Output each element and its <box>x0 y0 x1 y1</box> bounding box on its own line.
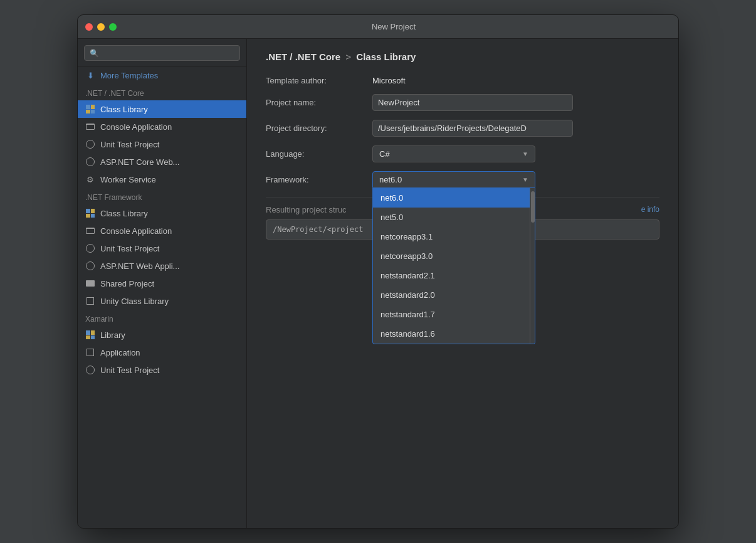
circle-arrow-icon-xamarin <box>85 365 95 375</box>
breadcrumb-current: Class Library <box>356 51 416 62</box>
framework-dropdown-scrollbar <box>530 188 535 344</box>
close-button[interactable] <box>85 23 93 31</box>
template-author-label: Template author: <box>266 76 372 85</box>
sidebar-item-unit-test-nf[interactable]: Unit Test Project <box>78 240 246 257</box>
breadcrumb-separator: > <box>345 51 351 62</box>
project-directory-label: Project directory: <box>266 124 372 133</box>
new-project-window: New Project 🔍 ⬇ More Templates .NET / .N… <box>77 14 679 529</box>
language-selected: C# <box>379 149 390 159</box>
project-name-row: Project name: <box>266 94 659 111</box>
template-author-row: Template author: Microsoft <box>266 76 659 85</box>
search-box: 🔍 <box>84 45 240 61</box>
sidebar-item-unity-class-library[interactable]: Unity Class Library <box>78 292 246 310</box>
framework-option-netstandard17[interactable]: netstandard1.7 <box>373 305 530 324</box>
sidebar-item-asp-net-nf[interactable]: ASP.NET Web Appli... <box>78 257 246 275</box>
blocks-icon-xamarin <box>85 330 95 340</box>
framework-dropdown-arrow: ▼ <box>522 176 528 183</box>
sidebar-label-class-library: Class Library <box>100 105 148 114</box>
sidebar-label-asp-net-nf: ASP.NET Web Appli... <box>100 261 179 271</box>
sidebar-label-unit-test-nf: Unit Test Project <box>100 244 159 253</box>
framework-option-netstandard20[interactable]: netstandard2.0 <box>373 285 530 305</box>
framework-dropdown-scrollbar-thumb <box>531 191 535 223</box>
sidebar-label-application-xamarin: Application <box>100 348 140 357</box>
blocks-icon-nf <box>85 208 95 218</box>
sidebar-item-console-app[interactable]: Console Application <box>78 118 246 135</box>
framework-option-netstandard16[interactable]: netstandard1.6 <box>373 324 530 344</box>
minimize-button[interactable] <box>97 23 105 31</box>
globe-icon-nf <box>85 261 95 271</box>
framework-selected: net6.0 <box>379 175 402 184</box>
maximize-button[interactable] <box>109 23 117 31</box>
folder-icon <box>85 278 95 288</box>
language-dropdown-container: C# ▼ <box>372 145 535 162</box>
sidebar-label-asp-net-core: ASP.NET Core Web... <box>100 157 179 167</box>
sidebar-label-class-library-nf: Class Library <box>100 209 148 218</box>
framework-dropdown-menu: net6.0 net5.0 netcoreapp3.1 netcoreapp3.… <box>372 188 535 344</box>
template-author-value: Microsoft <box>372 76 406 85</box>
sidebar-label-worker-service: Worker Service <box>100 175 156 184</box>
language-dropdown-arrow: ▼ <box>522 150 528 157</box>
sidebar-item-unit-test[interactable]: Unit Test Project <box>78 135 246 153</box>
sidebar-item-library-xamarin[interactable]: Library <box>78 326 246 344</box>
project-directory-row: Project directory: <box>266 120 659 137</box>
breadcrumb: .NET / .NET Core > Class Library <box>266 51 659 62</box>
sidebar-item-class-library[interactable]: Class Library <box>78 100 246 118</box>
sidebar-item-worker-service[interactable]: ⚙ Worker Service <box>78 171 246 188</box>
sidebar-item-class-library-nf[interactable]: Class Library <box>78 204 246 222</box>
sidebar-label-library-xamarin: Library <box>100 330 125 340</box>
download-icon: ⬇ <box>85 70 95 80</box>
project-structure-info-link[interactable]: e info <box>641 205 659 214</box>
framework-option-net6[interactable]: net6.0 <box>373 188 530 208</box>
sidebar-label-unit-test-xamarin: Unit Test Project <box>100 366 159 375</box>
project-structure-label: Resulting project struc <box>266 205 347 214</box>
sidebar-label-console-app-nf: Console Application <box>100 226 172 236</box>
main-content: .NET / .NET Core > Class Library Templat… <box>247 39 678 528</box>
framework-option-netstandard21[interactable]: netstandard2.1 <box>373 266 530 285</box>
box-icon <box>85 296 95 306</box>
sidebar-item-console-app-nf[interactable]: Console Application <box>78 222 246 240</box>
framework-option-netcoreapp30[interactable]: netcoreapp3.0 <box>373 246 530 266</box>
sidebar: 🔍 ⬇ More Templates .NET / .NET Core <box>78 39 247 528</box>
content-area: 🔍 ⬇ More Templates .NET / .NET Core <box>78 39 678 528</box>
breadcrumb-parent: .NET / .NET Core <box>266 51 340 62</box>
sidebar-item-asp-net-core[interactable]: ASP.NET Core Web... <box>78 153 246 171</box>
section-net-core: .NET / .NET Core <box>78 84 246 100</box>
language-label: Language: <box>266 149 372 159</box>
envelope-icon <box>85 122 95 132</box>
framework-row: Framework: net6.0 ▼ net6.0 net5.0 netcor… <box>266 171 659 188</box>
sidebar-item-shared-project[interactable]: Shared Project <box>78 275 246 292</box>
framework-option-net5[interactable]: net5.0 <box>373 208 530 227</box>
framework-dropdown[interactable]: net6.0 ▼ <box>372 171 535 188</box>
globe-icon <box>85 157 95 167</box>
sidebar-label-unity-class-library: Unity Class Library <box>100 297 169 306</box>
blocks-icon <box>85 104 95 114</box>
framework-dropdown-container: net6.0 ▼ net6.0 net5.0 netcoreapp3.1 net… <box>372 171 535 188</box>
framework-label: Framework: <box>266 175 372 184</box>
framework-dropdown-list-container: net6.0 net5.0 netcoreapp3.1 netcoreapp3.… <box>373 188 535 344</box>
language-row: Language: C# ▼ <box>266 145 659 162</box>
search-icon: 🔍 <box>90 49 99 58</box>
sidebar-label-unit-test: Unit Test Project <box>100 140 159 149</box>
more-templates-label: More Templates <box>100 71 158 80</box>
gear-icon: ⚙ <box>85 174 95 184</box>
project-name-input[interactable] <box>372 94 573 111</box>
language-dropdown[interactable]: C# ▼ <box>372 145 535 162</box>
traffic-lights <box>85 23 117 31</box>
sidebar-label-shared-project: Shared Project <box>100 279 154 288</box>
window-title: New Project <box>117 22 671 31</box>
search-input[interactable] <box>103 48 234 58</box>
framework-dropdown-list: net6.0 net5.0 netcoreapp3.1 netcoreapp3.… <box>373 188 530 344</box>
framework-option-netcoreapp31[interactable]: netcoreapp3.1 <box>373 227 530 246</box>
project-directory-input[interactable] <box>372 120 573 137</box>
circle-arrow-icon <box>85 139 95 149</box>
envelope-icon-nf <box>85 226 95 236</box>
section-net-framework: .NET Framework <box>78 188 246 204</box>
sidebar-label-console-app: Console Application <box>100 122 172 132</box>
sidebar-item-unit-test-xamarin[interactable]: Unit Test Project <box>78 361 246 379</box>
titlebar: New Project <box>78 15 678 39</box>
circle-arrow-icon-nf <box>85 243 95 253</box>
sidebar-item-more-templates[interactable]: ⬇ More Templates <box>78 66 246 84</box>
section-xamarin: Xamarin <box>78 310 246 326</box>
sidebar-item-application-xamarin[interactable]: Application <box>78 344 246 361</box>
project-name-label: Project name: <box>266 98 372 107</box>
